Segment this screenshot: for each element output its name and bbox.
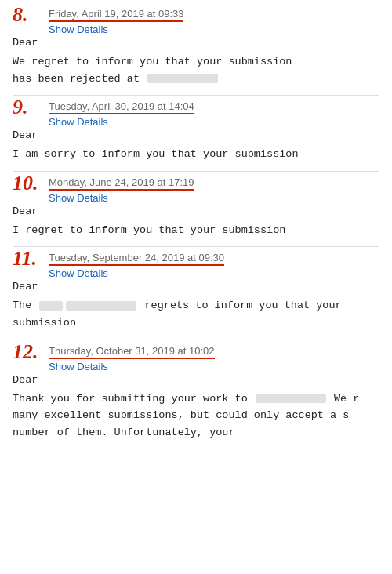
entry-11-blank-2 bbox=[66, 301, 136, 311]
entry-11-meta: Tuesday, September 24, 2019 at 09:30 Sho… bbox=[49, 252, 224, 279]
entry-11-date: Tuesday, September 24, 2019 at 09:30 bbox=[49, 252, 224, 266]
entry-8-number: 8. bbox=[13, 5, 45, 25]
entry-11: 11. Tuesday, September 24, 2019 at 09:30… bbox=[13, 252, 379, 331]
entry-11-dear: Dear bbox=[13, 281, 379, 292]
entry-11-header: 11. Tuesday, September 24, 2019 at 09:30… bbox=[13, 252, 379, 279]
entry-11-body: The regrets to inform you that your subm… bbox=[13, 297, 379, 331]
entry-12-blank-1 bbox=[256, 394, 326, 403]
entry-12-body: Thank you for submitting your work to We… bbox=[13, 391, 379, 441]
entry-10: 10. Monday, June 24, 2019 at 17:19 Show … bbox=[13, 176, 379, 239]
entry-9-number: 9. bbox=[13, 97, 45, 118]
entry-12-number: 12. bbox=[13, 342, 45, 362]
entry-9-show-details[interactable]: Show Details bbox=[49, 116, 194, 128]
divider-9-10 bbox=[13, 171, 379, 172]
entry-12-date: Thursday, October 31, 2019 at 10:02 bbox=[49, 345, 215, 359]
entry-12-dear: Dear bbox=[13, 374, 379, 386]
entry-9-date: Tuesday, April 30, 2019 at 14:04 bbox=[49, 100, 194, 114]
divider-10-11 bbox=[13, 246, 379, 247]
entry-10-meta: Monday, June 24, 2019 at 17:19 Show Deta… bbox=[49, 176, 194, 204]
page-container: 8. Friday, April 19, 2019 at 09:33 Show … bbox=[0, 0, 392, 456]
entry-8-body: We regret to inform you that your submis… bbox=[13, 53, 379, 87]
entry-9-meta: Tuesday, April 30, 2019 at 14:04 Show De… bbox=[49, 100, 194, 128]
entry-8-show-details[interactable]: Show Details bbox=[49, 24, 183, 35]
entry-11-blank-1 bbox=[39, 301, 63, 311]
divider-11-12 bbox=[13, 340, 379, 340]
entry-10-date: Monday, June 24, 2019 at 17:19 bbox=[49, 176, 194, 191]
entry-9: 9. Tuesday, April 30, 2019 at 14:04 Show… bbox=[13, 100, 379, 163]
entry-12-show-details[interactable]: Show Details bbox=[49, 361, 215, 372]
entry-12-header: 12. Thursday, October 31, 2019 at 10:02 … bbox=[13, 345, 379, 372]
entry-8-blank bbox=[147, 74, 218, 83]
entry-10-show-details[interactable]: Show Details bbox=[49, 192, 194, 204]
entry-9-body: I am sorry to inform you that your submi… bbox=[13, 146, 379, 163]
entry-8-meta: Friday, April 19, 2019 at 09:33 Show Det… bbox=[49, 8, 183, 35]
entry-8-date: Friday, April 19, 2019 at 09:33 bbox=[49, 8, 183, 22]
entry-10-dear: Dear bbox=[13, 205, 379, 217]
entry-10-number: 10. bbox=[13, 173, 45, 194]
entry-11-show-details[interactable]: Show Details bbox=[49, 267, 224, 279]
entry-8-dear: Dear bbox=[13, 37, 379, 49]
entry-9-header: 9. Tuesday, April 30, 2019 at 14:04 Show… bbox=[13, 100, 379, 128]
entry-8-header: 8. Friday, April 19, 2019 at 09:33 Show … bbox=[13, 8, 379, 35]
divider-8-9 bbox=[13, 95, 379, 96]
entry-10-body: I regret to inform you that your submiss… bbox=[13, 222, 379, 239]
entry-10-header: 10. Monday, June 24, 2019 at 17:19 Show … bbox=[13, 176, 379, 204]
entry-8: 8. Friday, April 19, 2019 at 09:33 Show … bbox=[13, 8, 379, 87]
entry-11-number: 11. bbox=[13, 249, 45, 269]
entry-12: 12. Thursday, October 31, 2019 at 10:02 … bbox=[13, 345, 379, 441]
entry-12-meta: Thursday, October 31, 2019 at 10:02 Show… bbox=[49, 345, 215, 372]
entry-9-dear: Dear bbox=[13, 129, 379, 141]
